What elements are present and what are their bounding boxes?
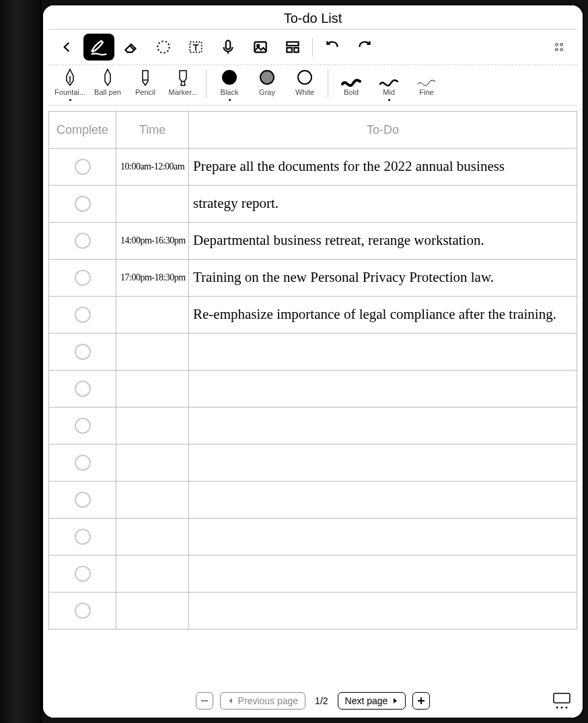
keyboard-button[interactable] xyxy=(553,693,571,709)
bold-stroke-option[interactable]: Bold xyxy=(332,68,370,96)
fine-stroke-option[interactable]: Fine xyxy=(408,68,445,96)
todo-cell[interactable]: Re-emphasize importance of legal complia… xyxy=(189,297,577,334)
table-row[interactable]: 17:00pm-18:30pmTraining on the new Perso… xyxy=(49,260,577,297)
svg-point-8 xyxy=(556,44,558,46)
complete-checkbox[interactable] xyxy=(75,603,91,619)
todo-cell[interactable] xyxy=(189,408,577,445)
back-button[interactable] xyxy=(51,34,82,61)
complete-checkbox[interactable] xyxy=(75,566,91,582)
eraser-button[interactable] xyxy=(116,34,147,61)
add-page-button[interactable] xyxy=(412,692,430,710)
complete-checkbox[interactable] xyxy=(75,270,91,286)
previous-page-button[interactable]: Previous page xyxy=(220,692,306,710)
time-cell[interactable] xyxy=(116,482,189,519)
time-cell[interactable] xyxy=(116,371,189,408)
table-row[interactable]: Re-emphasize importance of legal complia… xyxy=(49,297,577,334)
todo-cell[interactable] xyxy=(189,482,577,519)
header-complete: Complete xyxy=(49,112,116,149)
table-row[interactable] xyxy=(49,371,577,408)
fine-label: Fine xyxy=(419,88,433,96)
marker-option[interactable]: Marker... xyxy=(164,68,202,96)
svg-rect-2 xyxy=(226,40,231,49)
text-tool-button[interactable] xyxy=(180,34,211,61)
svg-rect-6 xyxy=(287,48,292,52)
complete-checkbox[interactable] xyxy=(75,159,91,175)
todo-cell[interactable]: Training on the new Personal Privacy Pro… xyxy=(189,260,577,297)
todo-table-wrap: Complete Time To-Do 10:00am-12:00amPrepa… xyxy=(48,106,577,685)
time-cell[interactable] xyxy=(116,519,189,556)
undo-button[interactable] xyxy=(317,34,348,61)
todo-table[interactable]: Complete Time To-Do 10:00am-12:00amPrepa… xyxy=(48,111,577,630)
more-button[interactable] xyxy=(544,34,575,61)
layout-button[interactable] xyxy=(277,34,308,61)
todo-cell[interactable] xyxy=(189,371,577,408)
todo-cell[interactable]: strategy report. xyxy=(189,186,577,223)
table-row[interactable] xyxy=(49,482,577,519)
svg-point-14 xyxy=(561,707,563,709)
remove-page-button[interactable] xyxy=(196,692,213,710)
time-cell[interactable]: 17:00pm-18:30pm xyxy=(116,260,189,297)
pen-options-toolbar: Fountai... Ball pen Pencil Marker... Bla… xyxy=(48,65,577,106)
complete-checkbox[interactable] xyxy=(75,307,91,323)
header-todo: To-Do xyxy=(189,112,577,149)
table-row[interactable] xyxy=(49,408,577,445)
white-color-option[interactable]: White xyxy=(286,68,324,96)
time-cell[interactable] xyxy=(116,186,189,223)
time-cell[interactable]: 14:00pm-16:30pm xyxy=(116,223,189,260)
image-button[interactable] xyxy=(245,34,276,61)
table-row[interactable] xyxy=(49,593,577,630)
todo-cell[interactable] xyxy=(189,334,577,371)
gray-color-option[interactable]: Gray xyxy=(248,68,286,96)
svg-point-9 xyxy=(560,44,563,46)
todo-cell[interactable]: Departmental business retreat, rerange w… xyxy=(189,223,577,260)
redo-button[interactable] xyxy=(349,34,380,61)
todo-cell[interactable]: Prepare all the documents for the 2022 a… xyxy=(189,149,577,186)
table-row[interactable] xyxy=(49,556,577,593)
complete-checkbox[interactable] xyxy=(75,344,91,360)
svg-point-10 xyxy=(556,48,558,51)
page-indicator: 1/2 xyxy=(312,695,330,706)
page-title: To-do List xyxy=(48,5,577,30)
ball-pen-option[interactable]: Ball pen xyxy=(89,68,126,96)
todo-cell[interactable] xyxy=(189,445,577,482)
options-separator xyxy=(206,69,207,98)
time-cell[interactable] xyxy=(116,297,189,334)
table-row[interactable]: strategy report. xyxy=(49,186,577,223)
mid-stroke-option[interactable]: Mid xyxy=(370,68,408,101)
complete-checkbox[interactable] xyxy=(75,455,91,471)
time-cell[interactable] xyxy=(116,334,189,371)
table-row[interactable]: 14:00pm-16:30pmDepartmental business ret… xyxy=(49,223,577,260)
time-cell[interactable]: 10:00am-12:00am xyxy=(116,149,189,186)
complete-checkbox[interactable] xyxy=(75,418,91,434)
todo-cell[interactable] xyxy=(189,519,577,556)
table-row[interactable]: 10:00am-12:00amPrepare all the documents… xyxy=(49,149,577,186)
todo-cell[interactable] xyxy=(189,556,577,593)
pen-tool-button[interactable] xyxy=(83,34,114,61)
table-row[interactable] xyxy=(49,334,577,371)
svg-rect-12 xyxy=(554,693,570,703)
time-cell[interactable] xyxy=(116,593,189,630)
complete-checkbox[interactable] xyxy=(75,196,91,212)
lasso-button[interactable] xyxy=(148,34,179,61)
table-row[interactable] xyxy=(49,519,577,556)
time-cell[interactable] xyxy=(116,556,189,593)
time-cell[interactable] xyxy=(116,408,189,445)
screen: To-do List xyxy=(48,5,577,712)
pencil-label: Pencil xyxy=(135,88,155,96)
complete-checkbox[interactable] xyxy=(75,492,91,508)
pager-footer: Previous page 1/2 Next page xyxy=(48,685,577,712)
time-cell[interactable] xyxy=(116,445,189,482)
complete-checkbox[interactable] xyxy=(75,381,91,397)
next-page-button[interactable]: Next page xyxy=(338,692,406,710)
complete-checkbox[interactable] xyxy=(75,529,91,545)
pencil-option[interactable]: Pencil xyxy=(126,68,164,96)
bold-label: Bold xyxy=(344,88,359,96)
svg-rect-7 xyxy=(294,48,299,52)
black-color-option[interactable]: Black xyxy=(211,68,248,101)
table-row[interactable] xyxy=(49,445,577,482)
voice-button[interactable] xyxy=(213,34,244,61)
complete-checkbox[interactable] xyxy=(75,233,91,249)
todo-cell[interactable] xyxy=(189,593,577,630)
fountain-pen-option[interactable]: Fountai... xyxy=(51,68,89,101)
gray-label: Gray xyxy=(259,88,275,96)
